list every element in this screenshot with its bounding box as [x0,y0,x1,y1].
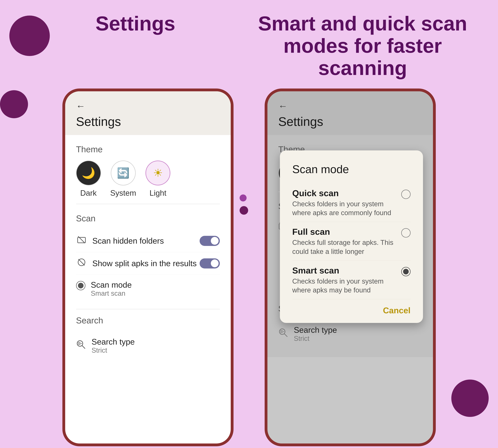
right-search-type-value: Strict [294,335,337,342]
right-search-text: Search type Strict [294,325,337,342]
right-page-title: Smart and quick scan modes for faster sc… [249,13,476,79]
deco-dot-1 [240,194,247,201]
right-title-area: Smart and quick scan modes for faster sc… [249,13,476,79]
scan-hidden-toggle[interactable] [200,236,220,246]
split-apks-toggle[interactable] [200,258,220,269]
left-title-area: Settings [22,13,249,35]
search-type-title: Search type [92,337,135,346]
hidden-folders-icon [76,235,87,247]
theme-label-system: System [110,189,136,198]
dialog-option-quick[interactable]: Quick scan Checks folders in your system… [292,183,411,222]
theme-label-light: Light [149,189,166,198]
right-phone: ← Settings Theme 🌙 🔄 ☀ [265,89,436,446]
left-back-button[interactable]: ← [76,101,220,111]
svg-line-5 [82,346,85,349]
svg-line-3 [79,259,85,265]
theme-option-dark[interactable]: 🌙 Dark [76,160,101,198]
dialog-option-full-text: Full scan Checks full storage for apks. … [292,227,397,256]
theme-option-system[interactable]: 🔄 System [110,160,136,198]
dialog-smart-radio[interactable] [401,267,411,276]
left-search-section: Search Search type Strict [76,316,220,360]
phones-container: ← Settings Theme 🌙 Dark 🔄 System [0,89,498,446]
dialog-option-smart-text: Smart scan Checks folders in your system… [292,265,397,294]
scan-mode-text: Scan mode Smart scan [91,280,132,297]
page-titles: Settings Smart and quick scan modes for … [0,0,498,89]
dialog-smart-title: Smart scan [292,265,397,275]
split-apks-icon [76,257,87,269]
left-phone-content: Theme 🌙 Dark 🔄 System ☀ Light [65,135,231,369]
dialog-option-smart[interactable]: Smart scan Checks folders in your system… [292,261,411,299]
theme-label-dark: Dark [80,189,97,198]
scan-mode-subtitle: Smart scan [91,289,132,297]
deco-dots [240,194,248,215]
scan-hidden-folders-row: Scan hidden folders [76,230,220,252]
scan-mode-title: Scan mode [91,280,132,289]
deco-circle-mid-left [0,90,28,118]
dialog-cancel-button[interactable]: Cancel [383,305,410,315]
dialog-title: Scan mode [292,163,411,176]
dialog-actions: Cancel [292,299,411,315]
right-phone-header: ← Settings [267,91,433,135]
left-theme-section: Theme 🌙 Dark 🔄 System ☀ Light [76,144,220,204]
show-split-left: Show split apks in the results [76,257,197,269]
right-search-icon [278,328,289,340]
scan-hidden-text: Scan hidden folders [92,236,164,245]
search-type-value: Strict [92,346,135,354]
toggle-knob [211,237,219,245]
left-scan-label: Scan [76,213,220,223]
left-theme-label: Theme [76,144,220,154]
scan-mode-dialog: Scan mode Quick scan Checks folders in y… [280,150,423,323]
right-search-type-title: Search type [294,325,337,335]
dialog-smart-desc: Checks folders in your system where apks… [292,277,397,294]
search-text: Search type Strict [92,337,135,354]
scan-mode-radio [76,281,85,290]
left-scan-section: Scan Scan hidden folders [76,213,220,309]
theme-divider [76,204,220,204]
deco-circle-top-left [9,16,50,56]
left-theme-options: 🌙 Dark 🔄 System ☀ Light [76,160,220,198]
right-search-row: Search type Strict [278,320,422,348]
left-phone: ← Settings Theme 🌙 Dark 🔄 System [62,89,234,446]
search-type-icon [76,340,86,352]
show-split-apks-row: Show split apks in the results [76,252,220,275]
deco-circle-bottom-right [451,380,489,417]
dialog-quick-radio[interactable] [401,190,411,199]
left-search-label: Search [76,316,220,325]
search-type-row[interactable]: Search type Strict [76,332,220,360]
theme-option-light[interactable]: ☀ Light [145,160,170,198]
dialog-smart-radio-inner [403,269,409,274]
dialog-full-title: Full scan [292,227,397,237]
left-screen-title: Settings [76,114,220,129]
scan-mode-radio-inner [78,283,83,288]
left-page-title: Settings [22,13,249,35]
dialog-quick-desc: Checks folders in your system where apks… [292,199,397,217]
right-screen-title: Settings [278,114,422,129]
dialog-full-radio[interactable] [401,228,411,238]
dialog-option-full[interactable]: Full scan Checks full storage for apks. … [292,222,411,261]
left-phone-header: ← Settings [65,91,231,135]
deco-dot-2 [240,206,248,215]
scan-mode-row[interactable]: Scan mode Smart scan [76,275,220,303]
svg-line-12 [284,334,287,337]
dialog-quick-title: Quick scan [292,188,397,198]
theme-circle-light: ☀ [145,160,170,185]
theme-circle-system: 🔄 [111,160,136,185]
toggle-knob-2 [211,259,219,267]
split-apks-text: Show split apks in the results [92,259,197,268]
theme-circle-dark: 🌙 [76,160,101,185]
scan-hidden-left: Scan hidden folders [76,235,164,247]
dialog-option-quick-text: Quick scan Checks folders in your system… [292,188,397,217]
right-back-button[interactable]: ← [278,101,422,111]
scan-divider [76,309,220,309]
dialog-full-desc: Checks full storage for apks. This could… [292,238,397,256]
